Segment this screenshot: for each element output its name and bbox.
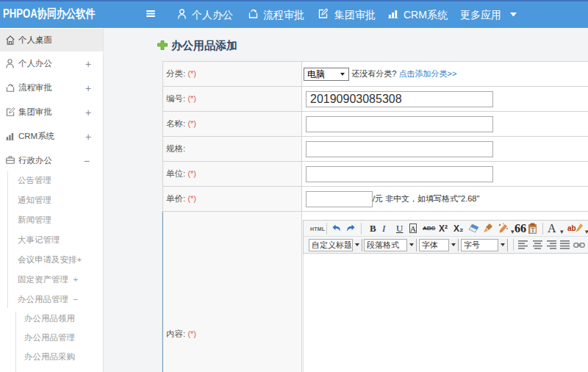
- svg-text:T: T: [531, 227, 535, 234]
